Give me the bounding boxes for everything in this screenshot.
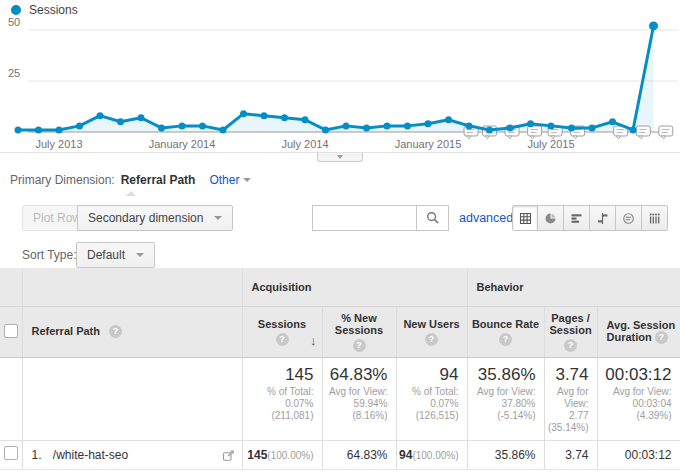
annotations-expander[interactable] (317, 153, 363, 162)
row-avg-duration: 00:03:12 (597, 440, 680, 469)
advanced-search-link[interactable]: advanced (459, 211, 513, 225)
pivot-view-button[interactable] (642, 205, 668, 231)
secondary-dimension-label: Secondary dimension (88, 211, 203, 225)
table-totals-row: 145 % of Total: 0.07% (211,081) 64.83% A… (0, 357, 680, 440)
column-header-bounce-rate[interactable]: Bounce Rate ? (467, 306, 544, 357)
goto-page-icon (222, 449, 235, 462)
column-header-pct-new-sessions[interactable]: % New Sessions ? (322, 306, 396, 357)
column-header-pages-session[interactable]: Pages / Session ? (544, 306, 597, 357)
sessions-header-label: Sessions (258, 318, 306, 330)
totals-avg-duration: 00:03:12 Avg for View: 00:03:04 (4.39%) (597, 357, 680, 440)
sessions-series-dot-icon (11, 5, 21, 15)
sessions-line-chart[interactable]: 2550July 2013January 2014July 2014Januar… (0, 0, 680, 152)
svg-text:50: 50 (8, 16, 20, 28)
row-pct-new-sessions: 64.83% (322, 440, 396, 469)
referral-path-table: Acquisition Behavior Referral Path ? Ses… (0, 268, 680, 470)
group-header-behavior: Behavior (467, 268, 680, 306)
row-new-users-pct: (100.00%) (412, 450, 458, 461)
column-header-avg-duration[interactable]: Avg. Session Duration ? (597, 306, 680, 357)
goto-page-button[interactable] (222, 449, 235, 465)
totals-pages-session: 3.74 Avg for View: 2.77 (35.14%) (544, 357, 597, 440)
totals-bounce-sub: Avg for View: 37.80% (-5.14%) (471, 386, 536, 422)
column-header-referral-path[interactable]: Referral Path ? (22, 306, 242, 357)
search-button[interactable] (416, 205, 449, 231)
header-checkbox-cell (0, 306, 22, 357)
column-header-sessions[interactable]: Sessions ? ↓ (242, 306, 322, 357)
sort-descending-icon: ↓ (310, 333, 317, 348)
referral-path-value[interactable]: /white-hat-seo (53, 448, 128, 462)
totals-pct-new-value: 64.83% (326, 365, 388, 384)
search-input[interactable] (312, 205, 416, 231)
performance-view-button[interactable] (564, 205, 590, 231)
table-view-button[interactable] (512, 205, 538, 231)
selected-dimension-pointer (126, 191, 136, 196)
analytics-report: Sessions 2550July 2013January 2014July 2… (0, 0, 680, 475)
group-header-spacer (0, 268, 22, 306)
table-search (312, 205, 449, 231)
row-sessions-value: 145 (247, 448, 267, 462)
help-icon[interactable]: ? (499, 333, 512, 346)
chart-legend: Sessions (11, 3, 78, 17)
table-group-header-row: Acquisition Behavior (0, 268, 680, 306)
help-icon[interactable]: ? (425, 333, 438, 346)
totals-pct-new-sessions: 64.83% Avg for View: 59.94% (8.16%) (322, 357, 396, 440)
comparison-icon (596, 212, 609, 225)
row-referral-path-cell: 1. /white-hat-seo (22, 440, 242, 469)
help-icon[interactable]: ? (564, 339, 577, 352)
chevron-down-icon (243, 178, 251, 182)
help-icon[interactable]: ? (276, 333, 289, 346)
chevron-down-icon (337, 155, 343, 159)
svg-text:January 2015: January 2015 (395, 138, 462, 150)
table-view-icon (519, 212, 532, 225)
row-checkbox[interactable] (4, 446, 18, 460)
column-header-new-users[interactable]: New Users ? (396, 306, 467, 357)
pct-new-sessions-header-label: % New Sessions (335, 312, 383, 336)
sort-type-button[interactable]: Default (76, 242, 155, 268)
table-row[interactable]: 1. /white-hat-seo 145(100.00%) 64.83% 94… (0, 440, 680, 469)
term-cloud-icon (622, 212, 635, 225)
row-sessions: 145(100.00%) (242, 440, 322, 469)
pages-session-header-label: Pages / Session (549, 312, 591, 336)
row-sessions-pct: (100.00%) (267, 450, 313, 461)
percentage-view-button[interactable] (538, 205, 564, 231)
select-all-checkbox[interactable] (4, 324, 18, 338)
row-new-users-value: 94 (399, 448, 412, 462)
svg-text:July 2013: July 2013 (35, 138, 82, 150)
primary-dimension-other-link[interactable]: Other (209, 173, 239, 187)
help-icon[interactable]: ? (353, 339, 366, 352)
comparison-view-button[interactable] (590, 205, 616, 231)
svg-text:July 2014: July 2014 (281, 138, 328, 150)
search-icon (426, 211, 440, 225)
svg-text:July 2015: July 2015 (527, 138, 574, 150)
totals-duration-sub: Avg for View: 00:03:04 (4.39%) (601, 386, 672, 422)
legend-label: Sessions (29, 3, 78, 17)
sort-type-value: Default (87, 248, 125, 262)
pivot-icon (648, 212, 661, 225)
totals-sessions-value: 145 (246, 365, 314, 384)
annotation-marker-icon (659, 126, 673, 139)
chevron-down-icon (136, 253, 144, 257)
help-icon[interactable]: ? (109, 325, 122, 338)
totals-bounce-value: 35.86% (471, 365, 536, 384)
secondary-dimension-button[interactable]: Secondary dimension (77, 205, 233, 231)
totals-duration-value: 00:03:12 (601, 365, 672, 384)
row-bounce-rate: 35.86% (467, 440, 544, 469)
table-column-header-row: Referral Path ? Sessions ? ↓ % New Sessi… (0, 306, 680, 357)
svg-text:January 2014: January 2014 (149, 138, 216, 150)
help-icon[interactable]: ? (655, 331, 668, 344)
referral-path-header-label: Referral Path (32, 325, 100, 337)
primary-dimension-selected[interactable]: Referral Path (121, 173, 196, 187)
totals-sessions: 145 % of Total: 0.07% (211,081) (242, 357, 322, 440)
totals-pages-sub: Avg for View: 2.77 (35.14%) (548, 386, 589, 434)
annotation-marker-icon (636, 126, 650, 139)
term-cloud-view-button[interactable] (616, 205, 642, 231)
row-pages-session: 3.74 (544, 440, 597, 469)
row-checkbox-cell (0, 440, 22, 469)
primary-dimension-row: Primary Dimension: Referral Path Other (10, 173, 251, 187)
new-users-header-label: New Users (403, 318, 459, 330)
totals-new-users-sub: % of Total: 0.07% (126,515) (400, 386, 459, 422)
chevron-down-icon (214, 216, 222, 220)
totals-bounce-rate: 35.86% Avg for View: 37.80% (-5.14%) (467, 357, 544, 440)
svg-text:25: 25 (8, 67, 20, 79)
group-header-dimension (22, 268, 242, 306)
